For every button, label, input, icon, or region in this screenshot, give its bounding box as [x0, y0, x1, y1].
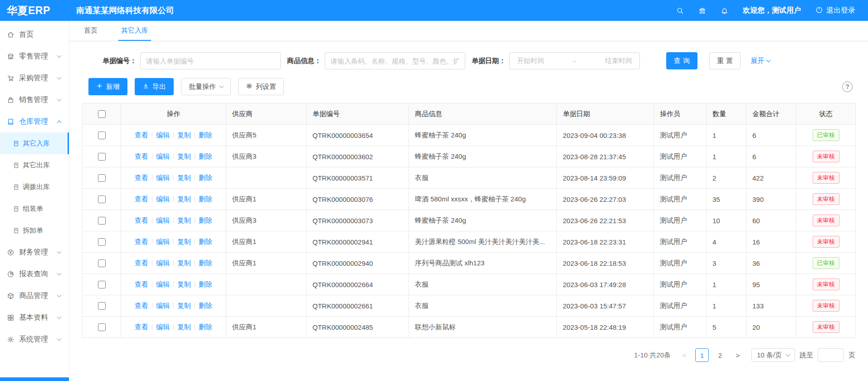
action-delete[interactable]: 删除	[199, 195, 212, 203]
export-button[interactable]: 导出	[135, 78, 174, 95]
action-view[interactable]: 查看	[135, 131, 148, 139]
action-delete[interactable]: 删除	[199, 238, 212, 245]
action-edit[interactable]: 编辑	[156, 216, 170, 224]
action-copy[interactable]: 复制	[177, 280, 191, 288]
action-edit[interactable]: 编辑	[156, 195, 170, 203]
amount-cell: 95	[746, 274, 796, 295]
sidebar-item-retail[interactable]: 零售管理	[0, 45, 69, 67]
welcome-user[interactable]: 欢迎您，测试用户	[743, 6, 801, 15]
action-edit[interactable]: 编辑	[156, 259, 170, 267]
sidebar-item-product[interactable]: 商品管理	[0, 285, 69, 307]
topbar: 华夏ERP 南通某某网络科技有限公司 欢迎您，测试用户 退出登录	[0, 0, 868, 21]
action-view[interactable]: 查看	[135, 280, 148, 288]
action-edit[interactable]: 编辑	[156, 302, 170, 309]
sidebar-subitem-other-outbound[interactable]: 其它出库	[0, 154, 69, 176]
action-delete[interactable]: 删除	[199, 131, 212, 139]
action-edit[interactable]: 编辑	[156, 280, 170, 288]
action-delete[interactable]: 删除	[199, 152, 212, 160]
action-view[interactable]: 查看	[135, 238, 148, 245]
checkbox-cell	[83, 295, 121, 317]
sidebar-item-home[interactable]: 首页	[0, 24, 69, 45]
row-checkbox[interactable]	[98, 259, 106, 267]
batch-actions-button[interactable]: 批量操作	[181, 78, 231, 95]
action-edit[interactable]: 编辑	[156, 174, 170, 181]
tab-other-inbound[interactable]: 其它入库	[118, 21, 151, 41]
action-view[interactable]: 查看	[135, 302, 148, 309]
row-checkbox[interactable]	[98, 132, 106, 139]
doc-no-input[interactable]	[140, 52, 281, 69]
notifications-icon[interactable]	[721, 7, 728, 15]
action-copy[interactable]: 复制	[177, 174, 191, 181]
action-view[interactable]: 查看	[135, 216, 148, 224]
reset-button[interactable]: 重置	[709, 52, 741, 69]
date-range-picker[interactable]: 开始时间 ~ 结束时间	[509, 52, 640, 69]
jump-page-input[interactable]	[818, 348, 844, 362]
expand-link[interactable]: 展开	[751, 57, 770, 65]
table-row: 查看编辑复制删除QTRK00000003571衣服2023-08-14 23:5…	[83, 167, 856, 189]
sidebar-item-sales[interactable]: 销售管理	[0, 89, 69, 111]
sidebar-item-label: 系统管理	[19, 335, 48, 344]
sidebar-item-report[interactable]: 报表查询	[0, 263, 69, 285]
action-copy[interactable]: 复制	[177, 302, 191, 309]
row-checkbox[interactable]	[98, 153, 106, 161]
action-delete[interactable]: 删除	[199, 323, 212, 331]
action-edit[interactable]: 编辑	[156, 152, 170, 160]
action-edit[interactable]: 编辑	[156, 238, 170, 245]
action-delete[interactable]: 删除	[199, 216, 212, 224]
row-checkbox[interactable]	[98, 174, 106, 182]
action-delete[interactable]: 删除	[199, 174, 212, 181]
action-view[interactable]: 查看	[135, 323, 148, 331]
sidebar-item-basic[interactable]: 基本资料	[0, 307, 69, 328]
action-copy[interactable]: 复制	[177, 131, 191, 139]
row-checkbox[interactable]	[98, 217, 106, 225]
action-delete[interactable]: 删除	[199, 259, 212, 267]
row-checkbox[interactable]	[98, 238, 106, 246]
action-view[interactable]: 查看	[135, 195, 148, 203]
action-delete[interactable]: 删除	[199, 280, 212, 288]
pagination-prev[interactable]: <	[678, 348, 691, 362]
help-icon[interactable]: ?	[842, 82, 853, 92]
action-copy[interactable]: 复制	[177, 195, 191, 203]
action-delete[interactable]: 删除	[199, 302, 212, 309]
amount-cell: 422	[746, 167, 796, 189]
page-1[interactable]: 1	[695, 348, 709, 362]
sidebar-item-purchase[interactable]: 采购管理	[0, 67, 69, 89]
action-copy[interactable]: 复制	[177, 216, 191, 224]
action-view[interactable]: 查看	[135, 259, 148, 267]
sidebar-scrollbar[interactable]	[0, 377, 69, 381]
page-2[interactable]: 2	[713, 348, 727, 362]
action-copy[interactable]: 复制	[177, 323, 191, 331]
sidebar-item-finance[interactable]: 财务管理	[0, 241, 69, 263]
action-edit[interactable]: 编辑	[156, 323, 170, 331]
sidebar-item-system[interactable]: 系统管理	[0, 328, 69, 350]
action-view[interactable]: 查看	[135, 152, 148, 160]
search-button[interactable]: 查询	[666, 52, 697, 69]
sidebar-subitem-other-inbound[interactable]: 其它入库	[0, 132, 69, 154]
select-all-checkbox[interactable]	[98, 110, 106, 118]
action-edit[interactable]: 编辑	[156, 131, 170, 139]
add-button[interactable]: 新增	[88, 78, 127, 95]
action-view[interactable]: 查看	[135, 174, 148, 181]
column-settings-button[interactable]: 列设置	[238, 78, 284, 95]
search-icon[interactable]	[676, 7, 684, 15]
doc-no-cell: QTRK00000002661	[307, 295, 409, 317]
sidebar-item-warehouse[interactable]: 仓库管理	[0, 111, 69, 132]
platform-icon[interactable]	[698, 7, 706, 15]
action-copy[interactable]: 复制	[177, 259, 191, 267]
sidebar-subitem-transfer-outbound[interactable]: 调拨出库	[0, 176, 69, 198]
tab-home[interactable]: 首页	[81, 21, 100, 41]
table-row: 查看编辑复制删除供应商1QTRK00000002485联想小新鼠标2023-05…	[83, 317, 856, 338]
pagination-next[interactable]: >	[731, 348, 744, 362]
action-copy[interactable]: 复制	[177, 238, 191, 245]
logout-button[interactable]: 退出登录	[815, 6, 855, 15]
sidebar-subitem-assembly-order[interactable]: 组装单	[0, 198, 69, 220]
sidebar-subitem-disassembly-order[interactable]: 拆卸单	[0, 220, 69, 241]
operator-cell: 测试用户	[654, 125, 707, 146]
row-checkbox[interactable]	[98, 302, 106, 310]
row-checkbox[interactable]	[98, 323, 106, 331]
row-checkbox[interactable]	[98, 281, 106, 288]
row-checkbox[interactable]	[98, 195, 106, 203]
page-size-select[interactable]: 10 条/页	[751, 348, 795, 362]
product-info-input[interactable]	[325, 52, 465, 69]
action-copy[interactable]: 复制	[177, 152, 191, 160]
